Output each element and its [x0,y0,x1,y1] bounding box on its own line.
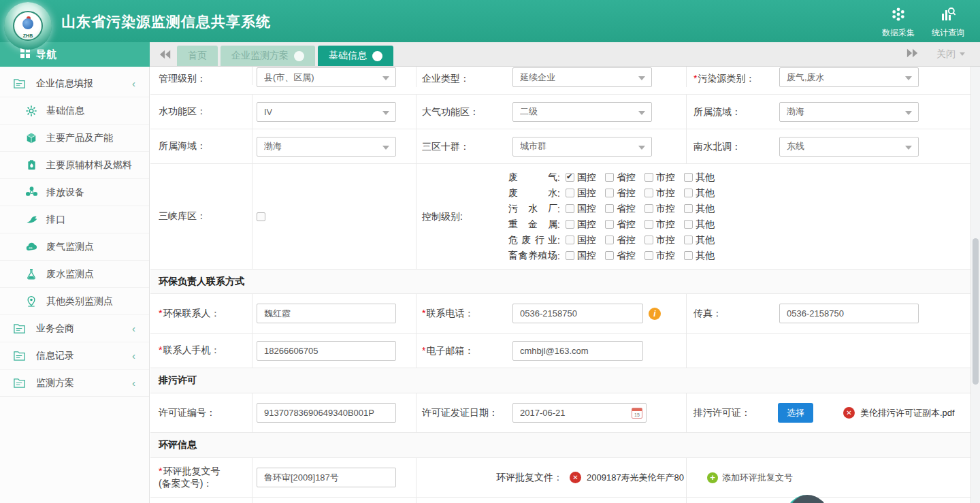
tabs-scroll-right-button[interactable] [906,48,919,61]
delete-file-icon[interactable] [570,472,581,483]
eia-file-name[interactable]: 2009187寿光美伦年产80 [587,472,684,484]
checkbox-provincial[interactable]: 省控 [605,234,636,246]
checkbox-municipal[interactable]: 市控 [644,218,675,231]
sidebar-item-waste-gas-points[interactable]: co 废气监测点 [0,233,149,261]
chevron-left-icon: ‹ [132,323,135,334]
choose-file-button[interactable]: 选择 [778,403,813,423]
sidebar-item-basic-info[interactable]: 基础信息 [0,97,149,125]
checkbox-municipal[interactable]: 市控 [644,250,675,262]
tab-enterprise-monitor-plan[interactable]: 企业监测方案 [220,46,315,66]
permit-date-input[interactable] [512,403,647,423]
checkbox-other[interactable]: 其他 [684,203,715,215]
permit-file-name[interactable]: 美伦排污许可证副本.pdf [860,407,955,419]
checkbox-other[interactable]: 其他 [684,250,715,262]
checkbox-other[interactable]: 其他 [684,172,715,184]
chevron-left-icon: ‹ [132,377,135,389]
close-menu-button[interactable]: 关闭 [936,48,965,61]
sidebar-item-waste-water-points[interactable]: 废水监测点 [0,261,149,288]
sidebar-item-business-consult[interactable]: 业务会商 ‹ [0,315,149,342]
calendar-icon[interactable]: 15 [632,408,642,419]
email-input[interactable] [512,341,643,361]
form-row-eia: *环评批复文号 (备案文号)： 环评批复文件： 2009187寿光美伦年产80 … [150,458,970,498]
app-header: 山东省污染源监测信息共享系统 数据采集 统计查询 [0,0,980,42]
checkbox-national[interactable]: 国控 [566,172,596,184]
three-gorges-checkbox[interactable] [257,212,265,221]
data-collect-button[interactable]: 数据采集 [875,6,922,39]
permit-no-label: 许可证编号： [159,407,216,419]
sea-area-select[interactable]: 渤海 [257,137,396,157]
control-level-row-heavy-metal: 重金属: 国控 省控 市控 其他 [508,216,723,232]
checkbox-other[interactable]: 其他 [684,234,715,246]
checkbox-provincial[interactable]: 省控 [605,172,636,184]
sidebar-item-monitor-plan[interactable]: 监测方案 ‹ [0,370,149,397]
chevron-left-icon: ‹ [132,350,135,361]
section-header-contact: 环保负责人联系方式 [150,270,970,294]
stats-query-button[interactable]: 统计查询 [924,6,972,39]
tab-home[interactable]: 首页 [177,46,218,66]
checkbox-national[interactable]: 国控 [566,250,596,262]
checkbox-national[interactable]: 国控 [566,218,596,231]
basin-label: 所属流域： [693,106,741,117]
checkbox-other[interactable]: 其他 [684,218,715,231]
fuel-icon [24,159,38,172]
sidebar-item-materials-fuel[interactable]: 主要原辅材料及燃料 [0,152,149,179]
scrollbar-thumb[interactable] [973,238,979,385]
map-pin-icon [24,295,38,308]
form-row-sea-area: 所属海域： 渤海 三区十群： 城市群 南水北调： 东线 [150,129,970,164]
manage-level-select[interactable]: 县(市、区属) [257,67,396,87]
checkbox-other[interactable]: 其他 [684,187,715,199]
sidebar-item-other-points[interactable]: 其他类别监测点 [0,288,149,315]
enterprise-type-label: 企业类型： [422,67,470,85]
contact-person-input[interactable] [257,304,396,323]
checkbox-municipal[interactable]: 市控 [644,187,675,199]
phone-input[interactable] [512,304,643,323]
checkbox-provincial[interactable]: 省控 [605,203,636,215]
gas-cloud-icon: co [24,240,38,254]
vertical-scrollbar[interactable] [970,67,980,503]
air-func-select[interactable]: 二级 [512,102,652,122]
fax-label: 传真： [693,308,722,319]
control-level-row-livestock-farm: 畜禽养殖场: 国控 省控 市控 其他 [508,248,723,263]
south-north-select[interactable]: 东线 [779,137,919,157]
info-icon[interactable] [649,308,661,320]
checkbox-municipal[interactable]: 市控 [644,203,675,215]
mobile-label: *联系人手机： [159,344,220,357]
checkbox-provincial[interactable]: 省控 [605,187,636,199]
mobile-input[interactable] [257,341,396,361]
south-north-label: 南水北调： [693,141,741,152]
checkbox-provincial[interactable]: 省控 [605,250,636,262]
checkbox-national[interactable]: 国控 [566,203,596,215]
checkbox-municipal[interactable]: 市控 [644,172,675,184]
checkbox-municipal[interactable]: 市控 [644,234,675,246]
sidebar-item-outfall[interactable]: 排口 [0,206,149,233]
checkbox-national[interactable]: 国控 [566,187,596,199]
close-tab-icon[interactable] [294,51,304,61]
delete-file-icon[interactable] [843,407,855,419]
checkbox-provincial[interactable]: 省控 [605,218,636,231]
app-logo: ZHB [4,2,52,50]
close-tab-icon[interactable] [372,51,382,61]
add-eia-number-button[interactable]: 添加环评批复文号 [707,472,793,484]
sidebar-item-enterprise-info[interactable]: 企业信息填报 ‹ [0,70,149,97]
sidebar-item-info-records[interactable]: 信息记录 ‹ [0,342,149,370]
stats-query-label: 统计查询 [932,27,964,39]
three-zones-select[interactable]: 城市群 [512,137,652,157]
sidebar-item-products[interactable]: 主要产品及产能 [0,125,149,152]
sidebar: 企业信息填报 ‹ 基础信息 主要产品及产能 主要原辅材料及燃料 排放设备 排口 … [0,67,150,503]
tabs-scroll-left-button[interactable] [159,50,172,59]
eia-no-input[interactable] [257,468,396,487]
pollution-type-select[interactable]: 废气,废水 [779,67,919,87]
eia-file-label: 环评批复文件： [496,472,563,484]
enterprise-type-select[interactable]: 延续企业 [512,67,652,87]
control-level-row-sewage-plant: 污水厂: 国控 省控 市控 其他 [508,201,723,216]
sidebar-item-emission-equipment[interactable]: 排放设备 [0,179,149,206]
add-icon [707,472,718,483]
chevron-down-icon [905,76,912,80]
water-func-select[interactable]: IV [257,102,396,122]
fax-input[interactable] [779,304,919,323]
tab-basic-info[interactable]: 基础信息 [318,46,393,66]
basin-select[interactable]: 渤海 [779,102,919,122]
chevron-down-icon [905,111,912,115]
checkbox-national[interactable]: 国控 [566,234,596,246]
permit-no-input[interactable] [257,403,396,423]
